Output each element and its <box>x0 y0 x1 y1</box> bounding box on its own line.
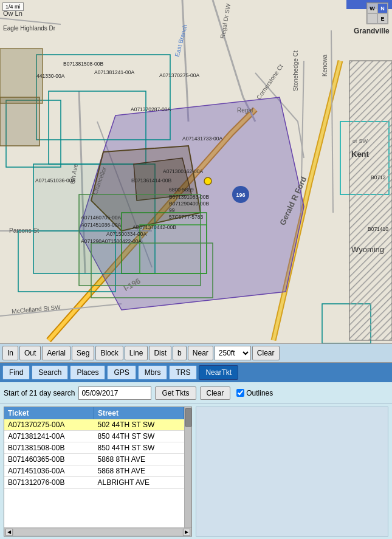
svg-text:Grandville: Grandville <box>354 27 390 35</box>
tab-trs[interactable]: TRS <box>169 365 197 380</box>
scale-bar: 1/4 mi <box>2 2 24 11</box>
street-cell: 5868 8TH AVE <box>94 454 184 465</box>
b-button[interactable]: b <box>173 346 187 360</box>
ticket-tbody: A071370275-00A502 44TH ST SWA071381241-0… <box>4 419 184 489</box>
svg-text:B071391083-00B: B071391083-00B <box>169 194 210 200</box>
tab-neartkt[interactable]: NearTkt <box>199 365 238 380</box>
date-input[interactable] <box>78 386 151 400</box>
seg-button[interactable]: Seg <box>72 346 94 360</box>
preview-pane <box>196 407 388 537</box>
ticket-cell: B071460365-00B <box>4 454 94 465</box>
svg-text:196: 196 <box>236 192 245 198</box>
table-row[interactable]: A071451036-00A5868 8TH AVE <box>4 465 184 477</box>
ticket-cell: A071381241-00A <box>4 431 94 442</box>
search-row: Start of 21 day search Get Tkts Clear Ou… <box>0 382 392 404</box>
svg-text:A071290A071500422-00A: A071290A071500422-00A <box>81 238 142 244</box>
svg-text:99: 99 <box>169 207 175 213</box>
svg-text:A071431733-00A: A071431733-00A <box>182 136 223 142</box>
tab-search[interactable]: Search <box>32 365 68 380</box>
street-cell: ALBRIGHT AVE <box>94 477 184 489</box>
table-row[interactable]: B071312076-00BALBRIGHT AVE <box>4 477 184 489</box>
compass-e: E <box>377 13 388 24</box>
compass-ne: N <box>377 3 388 13</box>
scale-label: 1/4 mi <box>5 4 21 10</box>
line-button[interactable]: Line <box>125 346 148 360</box>
tab-mbrs[interactable]: Mbrs <box>138 365 168 380</box>
map-svg: 196 Ow Ln Eagle Highlands Dr East Branch… <box>0 0 392 343</box>
svg-rect-12 <box>0 97 40 146</box>
table-row[interactable]: B071381508-00B850 44TH ST SW <box>4 442 184 454</box>
outlines-label: Outlines <box>236 389 273 397</box>
svg-text:Kent: Kent <box>351 149 370 159</box>
scroll-right-button[interactable]: ▶ <box>183 529 190 536</box>
tab-find[interactable]: Find <box>2 365 30 380</box>
scrollbar-thumb[interactable] <box>185 408 191 427</box>
col-street: Street <box>94 407 184 419</box>
toolbar2: Find Search Places GPS Mbrs TRS NearTkt <box>0 363 392 382</box>
zoom-in-button[interactable]: In <box>2 346 18 360</box>
toolbar1: In Out Aerial Seg Block Line Dist b Near… <box>0 343 392 363</box>
search-clear-button[interactable]: Clear <box>200 386 231 400</box>
outlines-text: Outlines <box>246 389 273 397</box>
get-tickets-button[interactable]: Get Tkts <box>155 386 196 400</box>
svg-text:A071500334-00A: A071500334-00A <box>106 231 147 237</box>
svg-text:Stonehedge Ct: Stonehedge Ct <box>292 50 299 91</box>
distance-select[interactable]: 250ft 100ft 500ft 1000ft <box>215 346 251 360</box>
table-row[interactable]: A071370275-00A502 44TH ST SW <box>4 419 184 431</box>
map-container[interactable]: 196 Ow Ln Eagle Highlands Dr East Branch… <box>0 0 392 343</box>
compass: W N E <box>366 2 388 24</box>
table-scrollbar[interactable] <box>184 407 191 527</box>
aerial-button[interactable]: Aerial <box>42 346 70 360</box>
svg-text:B071361414-00B: B071361414-00B <box>131 177 172 184</box>
svg-text:B071410: B071410 <box>368 226 388 232</box>
svg-text:B0712: B0712 <box>371 174 386 180</box>
svg-text:Parsons St: Parsons St <box>9 227 39 234</box>
svg-text:6800-5899: 6800-5899 <box>169 187 194 193</box>
table-row[interactable]: A071381241-00A850 44TH ST SW <box>4 431 184 442</box>
tab-places[interactable]: Places <box>70 365 105 380</box>
svg-text:or SW: or SW <box>352 138 368 144</box>
svg-text:Regal: Regal <box>237 107 253 114</box>
col-ticket: Ticket <box>4 407 94 419</box>
svg-text:A071370287-00A: A071370287-00A <box>131 106 171 112</box>
compass-sw <box>367 13 377 24</box>
horizontal-scrollbar[interactable]: ◀ ▶ <box>4 527 191 536</box>
search-label: Start of 21 day search <box>4 389 75 397</box>
svg-text:Wyoming: Wyoming <box>351 245 384 254</box>
compass-w: W <box>367 3 377 13</box>
street-cell: 5868 8TH AVE <box>94 465 184 477</box>
street-cell: 850 44TH ST SW <box>94 442 184 454</box>
svg-rect-18 <box>349 61 392 340</box>
svg-text:A071370275-00A: A071370275-00A <box>159 72 200 78</box>
svg-text:AB071370442-00B: AB071370442-00B <box>132 224 176 230</box>
distance-input-wrap: 250ft 100ft 500ft 1000ft <box>215 346 251 360</box>
ticket-cell: B071381508-00B <box>4 442 94 454</box>
svg-text:57C5777-5783: 57C5777-5783 <box>169 214 204 220</box>
street-cell: 502 44TH ST SW <box>94 419 184 431</box>
svg-text:Kenowa: Kenowa <box>322 54 328 77</box>
table-inner: Ticket Street A071370275-00A502 44TH ST … <box>4 407 184 527</box>
svg-text:B071290400-00B: B071290400-00B <box>169 201 210 207</box>
scroll-track <box>14 529 182 535</box>
ticket-cell: A071370275-00A <box>4 419 94 431</box>
results-area: Ticket Street A071370275-00A502 44TH ST … <box>0 404 392 539</box>
ticket-table: Ticket Street A071370275-00A502 44TH ST … <box>4 407 184 489</box>
dist-button[interactable]: Dist <box>149 346 171 360</box>
ticket-cell: B071312076-00B <box>4 477 94 489</box>
ticket-cell: A071451036-00A <box>4 465 94 477</box>
zoom-out-button[interactable]: Out <box>19 346 41 360</box>
ticket-table-wrap: Ticket Street A071370275-00A502 44TH ST … <box>4 407 192 537</box>
table-scroll-wrap: Ticket Street A071370275-00A502 44TH ST … <box>4 407 191 527</box>
svg-text:A071451036-00A: A071451036-00A <box>35 177 76 184</box>
svg-text:A071460705-00A: A071460705-00A <box>81 215 122 221</box>
street-cell: 850 44TH ST SW <box>94 431 184 442</box>
toolbar1-clear-button[interactable]: Clear <box>252 346 280 360</box>
block-button[interactable]: Block <box>95 346 123 360</box>
scroll-left-button[interactable]: ◀ <box>5 529 13 536</box>
svg-text:A071381241-00A: A071381241-00A <box>94 69 135 75</box>
table-row[interactable]: B071460365-00B5868 8TH AVE <box>4 454 184 465</box>
near-button[interactable]: Near <box>188 346 213 360</box>
outlines-checkbox[interactable] <box>236 389 244 397</box>
svg-point-22 <box>204 177 211 185</box>
tab-gps[interactable]: GPS <box>107 365 136 380</box>
